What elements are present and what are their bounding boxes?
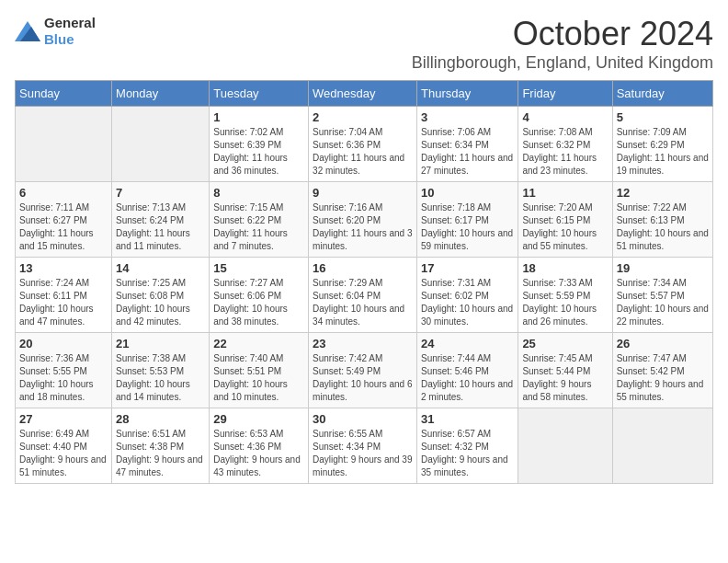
day-info: Sunrise: 7:38 AMSunset: 5:53 PMDaylight:… [116, 352, 205, 404]
day-number: 17 [421, 261, 514, 275]
logo-general: General [44, 15, 96, 30]
header-area: General Blue October 2024 Billingborough… [15, 15, 713, 73]
day-info: Sunrise: 7:40 AMSunset: 5:51 PMDaylight:… [213, 352, 304, 404]
calendar-cell: 23Sunrise: 7:42 AMSunset: 5:49 PMDayligh… [309, 333, 417, 408]
calendar-cell: 15Sunrise: 7:27 AMSunset: 6:06 PMDayligh… [210, 258, 309, 333]
day-info: Sunrise: 7:06 AMSunset: 6:34 PMDaylight:… [421, 126, 514, 178]
day-info: Sunrise: 7:13 AMSunset: 6:24 PMDaylight:… [116, 201, 205, 253]
day-number: 11 [522, 186, 608, 200]
day-number: 22 [213, 337, 304, 350]
calendar-cell: 21Sunrise: 7:38 AMSunset: 5:53 PMDayligh… [112, 333, 210, 408]
week-row-1: 1Sunrise: 7:02 AMSunset: 6:39 PMDaylight… [16, 107, 713, 182]
weekday-header-tuesday: Tuesday [210, 81, 309, 107]
day-number: 3 [421, 110, 514, 124]
calendar-cell [16, 107, 112, 182]
calendar-cell [518, 408, 612, 484]
calendar-cell: 13Sunrise: 7:24 AMSunset: 6:11 PMDayligh… [16, 258, 112, 333]
day-info: Sunrise: 7:29 AMSunset: 6:04 PMDaylight:… [313, 277, 413, 328]
week-row-2: 6Sunrise: 7:11 AMSunset: 6:27 PMDaylight… [16, 182, 713, 258]
day-info: Sunrise: 6:55 AMSunset: 4:34 PMDaylight:… [313, 428, 413, 479]
calendar-table: SundayMondayTuesdayWednesdayThursdayFrid… [15, 80, 713, 484]
day-number: 12 [617, 186, 709, 200]
calendar-cell: 1Sunrise: 7:02 AMSunset: 6:39 PMDaylight… [210, 107, 309, 182]
calendar-cell: 18Sunrise: 7:33 AMSunset: 5:59 PMDayligh… [518, 258, 612, 333]
day-number: 20 [19, 337, 108, 350]
day-number: 7 [116, 186, 205, 200]
calendar-cell: 8Sunrise: 7:15 AMSunset: 6:22 PMDaylight… [210, 182, 309, 258]
day-number: 28 [116, 412, 205, 426]
calendar-cell: 19Sunrise: 7:34 AMSunset: 5:57 PMDayligh… [612, 258, 712, 333]
day-number: 8 [213, 186, 304, 200]
day-number: 5 [617, 110, 709, 124]
logo: General Blue [15, 15, 96, 48]
logo-icon [15, 21, 40, 41]
day-info: Sunrise: 6:49 AMSunset: 4:40 PMDaylight:… [19, 428, 108, 479]
calendar-cell: 29Sunrise: 6:53 AMSunset: 4:36 PMDayligh… [210, 408, 309, 484]
calendar-cell: 25Sunrise: 7:45 AMSunset: 5:44 PMDayligh… [518, 333, 612, 408]
day-number: 19 [617, 261, 709, 275]
calendar-cell: 28Sunrise: 6:51 AMSunset: 4:38 PMDayligh… [112, 408, 210, 484]
day-info: Sunrise: 7:22 AMSunset: 6:13 PMDaylight:… [617, 201, 709, 253]
calendar-cell: 6Sunrise: 7:11 AMSunset: 6:27 PMDaylight… [16, 182, 112, 258]
day-info: Sunrise: 7:47 AMSunset: 5:42 PMDaylight:… [617, 352, 709, 404]
weekday-header-saturday: Saturday [612, 81, 712, 107]
day-info: Sunrise: 7:02 AMSunset: 6:39 PMDaylight:… [213, 126, 304, 178]
day-info: Sunrise: 7:36 AMSunset: 5:55 PMDaylight:… [19, 352, 108, 404]
day-number: 15 [213, 261, 304, 275]
calendar-cell: 24Sunrise: 7:44 AMSunset: 5:46 PMDayligh… [417, 333, 518, 408]
day-info: Sunrise: 7:27 AMSunset: 6:06 PMDaylight:… [213, 277, 304, 328]
day-number: 27 [19, 412, 108, 426]
day-number: 25 [522, 337, 608, 350]
calendar-cell: 17Sunrise: 7:31 AMSunset: 6:02 PMDayligh… [417, 258, 518, 333]
day-number: 14 [116, 261, 205, 275]
day-info: Sunrise: 6:51 AMSunset: 4:38 PMDaylight:… [116, 428, 205, 479]
day-info: Sunrise: 7:18 AMSunset: 6:17 PMDaylight:… [421, 201, 514, 253]
week-row-4: 20Sunrise: 7:36 AMSunset: 5:55 PMDayligh… [16, 333, 713, 408]
day-info: Sunrise: 6:53 AMSunset: 4:36 PMDaylight:… [213, 428, 304, 479]
day-info: Sunrise: 7:04 AMSunset: 6:36 PMDaylight:… [313, 126, 413, 178]
day-number: 4 [522, 110, 608, 124]
calendar-cell: 16Sunrise: 7:29 AMSunset: 6:04 PMDayligh… [309, 258, 417, 333]
weekday-header-friday: Friday [518, 81, 612, 107]
day-info: Sunrise: 7:16 AMSunset: 6:20 PMDaylight:… [313, 201, 413, 253]
day-number: 16 [313, 261, 413, 275]
month-title: October 2024 [412, 15, 713, 53]
day-info: Sunrise: 7:09 AMSunset: 6:29 PMDaylight:… [617, 126, 709, 178]
calendar-cell: 4Sunrise: 7:08 AMSunset: 6:32 PMDaylight… [518, 107, 612, 182]
calendar-cell: 14Sunrise: 7:25 AMSunset: 6:08 PMDayligh… [112, 258, 210, 333]
calendar-cell: 7Sunrise: 7:13 AMSunset: 6:24 PMDaylight… [112, 182, 210, 258]
calendar-cell: 20Sunrise: 7:36 AMSunset: 5:55 PMDayligh… [16, 333, 112, 408]
day-info: Sunrise: 7:44 AMSunset: 5:46 PMDaylight:… [421, 352, 514, 404]
day-number: 9 [313, 186, 413, 200]
calendar-cell [112, 107, 210, 182]
calendar-cell: 22Sunrise: 7:40 AMSunset: 5:51 PMDayligh… [210, 333, 309, 408]
weekday-header-row: SundayMondayTuesdayWednesdayThursdayFrid… [16, 81, 713, 107]
calendar-cell: 31Sunrise: 6:57 AMSunset: 4:32 PMDayligh… [417, 408, 518, 484]
calendar-cell: 3Sunrise: 7:06 AMSunset: 6:34 PMDaylight… [417, 107, 518, 182]
calendar-cell: 26Sunrise: 7:47 AMSunset: 5:42 PMDayligh… [612, 333, 712, 408]
day-number: 13 [19, 261, 108, 275]
day-info: Sunrise: 7:31 AMSunset: 6:02 PMDaylight:… [421, 277, 514, 328]
week-row-3: 13Sunrise: 7:24 AMSunset: 6:11 PMDayligh… [16, 258, 713, 333]
calendar-cell: 12Sunrise: 7:22 AMSunset: 6:13 PMDayligh… [612, 182, 712, 258]
week-row-5: 27Sunrise: 6:49 AMSunset: 4:40 PMDayligh… [16, 408, 713, 484]
day-number: 24 [421, 337, 514, 350]
day-number: 1 [213, 110, 304, 124]
day-info: Sunrise: 7:42 AMSunset: 5:49 PMDaylight:… [313, 352, 413, 404]
day-number: 29 [213, 412, 304, 426]
calendar-cell [612, 408, 712, 484]
day-info: Sunrise: 7:08 AMSunset: 6:32 PMDaylight:… [522, 126, 608, 178]
weekday-header-monday: Monday [112, 81, 210, 107]
weekday-header-wednesday: Wednesday [309, 81, 417, 107]
day-number: 2 [313, 110, 413, 124]
calendar-cell: 2Sunrise: 7:04 AMSunset: 6:36 PMDaylight… [309, 107, 417, 182]
calendar-cell: 30Sunrise: 6:55 AMSunset: 4:34 PMDayligh… [309, 408, 417, 484]
day-number: 23 [313, 337, 413, 350]
day-info: Sunrise: 7:34 AMSunset: 5:57 PMDaylight:… [617, 277, 709, 328]
day-number: 30 [313, 412, 413, 426]
day-info: Sunrise: 7:20 AMSunset: 6:15 PMDaylight:… [522, 201, 608, 253]
day-number: 21 [116, 337, 205, 350]
day-info: Sunrise: 6:57 AMSunset: 4:32 PMDaylight:… [421, 428, 514, 479]
day-number: 18 [522, 261, 608, 275]
day-number: 26 [617, 337, 709, 350]
